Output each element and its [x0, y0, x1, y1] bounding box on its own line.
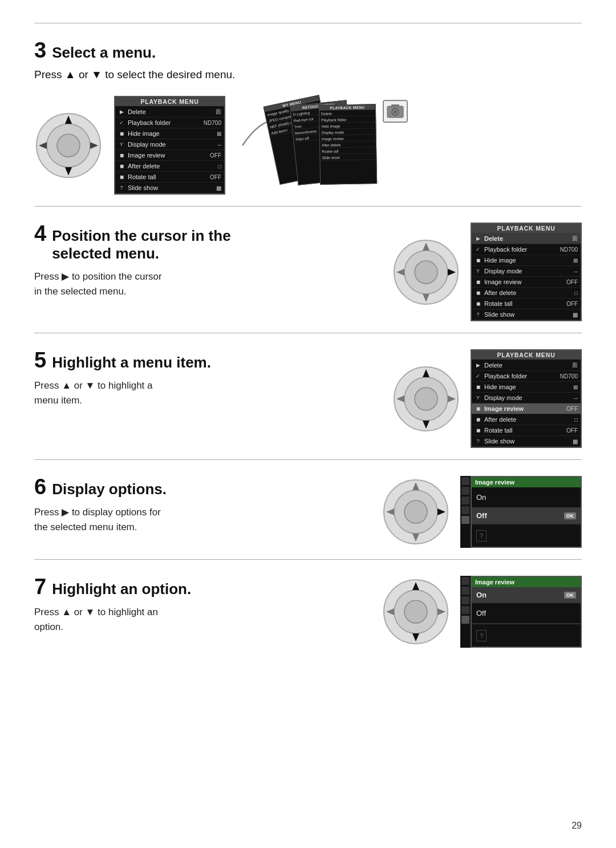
- section-7-text: 7 Highlight an option. Press ▲ or ▼ to h…: [34, 576, 308, 635]
- step-7-title: Highlight an option.: [52, 580, 191, 598]
- step-3-title: Select a menu.: [52, 44, 156, 62]
- step-6-number: 6: [34, 476, 46, 498]
- step-3-number: 3: [34, 39, 46, 61]
- step-7-review-menu: Image review On OK Off ?: [460, 576, 582, 648]
- svg-rect-11: [391, 104, 399, 107]
- section-7: 7 Highlight an option. Press ▲ or ▼ to h…: [34, 559, 582, 659]
- pb-row-folder: ✓ Playback folder ND700: [115, 118, 224, 128]
- step-4-number: 4: [34, 223, 46, 244]
- section-6: 6 Display options. Press ▶ to display op…: [34, 459, 582, 559]
- step-7-heading: 7 Highlight an option.: [34, 576, 308, 598]
- step-6-dial: [382, 478, 450, 546]
- step-3-visual-area: PLAYBACK MENU ▶ Delete 面 ✓ Playback fold…: [34, 96, 582, 195]
- section-6-visual: Image review On Off OK ?: [382, 476, 582, 548]
- pb-row-afterdelete: ◼ After delete □: [115, 161, 224, 172]
- step-5-heading: 5 Highlight a menu item.: [34, 349, 308, 371]
- pb-row-display: Y Display mode --: [115, 139, 224, 150]
- svg-point-23: [415, 387, 437, 410]
- step-4-heading: 4 Position the cursor in theselected men…: [34, 223, 308, 263]
- section-4-text: 4 Position the cursor in theselected men…: [34, 223, 308, 300]
- step-6-desc: Press ▶ to display options forthe select…: [34, 505, 308, 535]
- section-5: 5 Highlight a menu item. Press ▲ or ▼ to…: [34, 333, 582, 459]
- section-5-visual: PLAYBACK MENU ▶ Delete 面 ✓ Playback fold…: [392, 349, 582, 448]
- step-4-desc: Press ▶ to position the cursorin the sel…: [34, 269, 308, 300]
- svg-point-13: [394, 110, 397, 114]
- step-5-title: Highlight a menu item.: [52, 354, 211, 371]
- step-7-desc: Press ▲ or ▼ to highlight anoption.: [34, 605, 308, 635]
- section-7-content: 7 Highlight an option. Press ▲ or ▼ to h…: [34, 576, 582, 648]
- page-number: 29: [572, 821, 582, 831]
- step-3-menu-title: PLAYBACK MENU: [115, 97, 224, 106]
- step-6-review-menu: Image review On Off OK ?: [460, 476, 582, 548]
- step-6-heading: 6 Display options.: [34, 476, 308, 498]
- section-5-text: 5 Highlight a menu item. Press ▲ or ▼ to…: [34, 349, 308, 409]
- section-7-visual: Image review On OK Off ?: [382, 576, 582, 648]
- svg-point-2: [57, 134, 80, 157]
- step-3-heading: 3 Select a menu.: [34, 39, 582, 62]
- pb-row-delete: ▶ Delete 面: [115, 106, 224, 118]
- svg-point-30: [404, 500, 427, 523]
- page-container: 3 Select a menu. Press ▲ or ▼ to select …: [0, 0, 616, 848]
- section-5-content: 5 Highlight a menu item. Press ▲ or ▼ to…: [34, 349, 582, 448]
- pb-row-review: ◼ Image review OFF: [115, 150, 224, 161]
- section-4-content: 4 Position the cursor in theselected men…: [34, 223, 582, 321]
- section-4-visual: PLAYBACK MENU ▶ Delete 面 ✓ Playback fold…: [392, 223, 582, 321]
- step-3-dial: [34, 111, 103, 180]
- step-6-title: Display options.: [52, 480, 167, 498]
- step-7-number: 7: [34, 576, 46, 597]
- step-3-spread-area: MY MENU Image quality JPEG compress NEF …: [237, 100, 408, 191]
- step-4-dial: [392, 238, 460, 306]
- camera-icon: [383, 100, 408, 123]
- svg-point-37: [404, 600, 427, 623]
- section-6-text: 6 Display options. Press ▶ to display op…: [34, 476, 308, 535]
- section-4: 4 Position the cursor in theselected men…: [34, 206, 582, 333]
- svg-point-16: [415, 261, 437, 284]
- pb-row-slideshow: ? Slide show ▦: [115, 183, 224, 193]
- step-4-menu: PLAYBACK MENU ▶ Delete 面 ✓ Playback fold…: [471, 223, 582, 321]
- step-4-title: Position the cursor in theselected menu.: [52, 227, 230, 263]
- step-5-number: 5: [34, 349, 46, 371]
- section-3: 3 Select a menu. Press ▲ or ▼ to select …: [34, 23, 582, 206]
- step-3-intro: Press ▲ or ▼ to select the desired menu.: [34, 68, 582, 81]
- pb-row-rotate: ◼ Rotate tall OFF: [115, 172, 224, 183]
- step-5-menu: PLAYBACK MENU ▶ Delete 面 ✓ Playback fold…: [471, 349, 582, 448]
- step-5-dial: [392, 365, 460, 433]
- step-3-menu: PLAYBACK MENU ▶ Delete 面 ✓ Playback fold…: [114, 96, 225, 195]
- pb-row-hide: ◼ Hide image ⊠: [115, 128, 224, 139]
- step-7-dial: [382, 578, 450, 646]
- step-5-desc: Press ▲ or ▼ to highlight amenu item.: [34, 378, 308, 409]
- section-6-content: 6 Display options. Press ▶ to display op…: [34, 476, 582, 548]
